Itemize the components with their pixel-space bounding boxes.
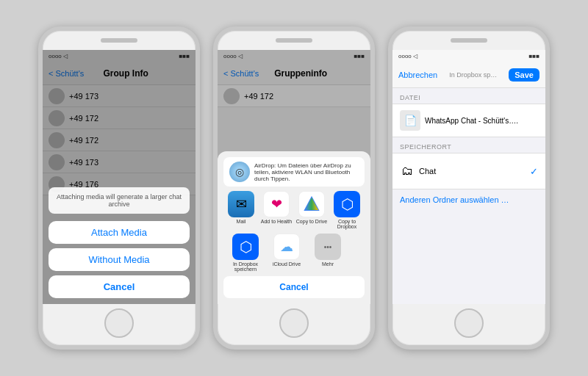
save-nav: Abbrechen In Dropbox sp… Save xyxy=(392,62,545,88)
phone-3: oooo ◁ ■■■ Abbrechen In Dropbox sp… Save… xyxy=(388,26,550,350)
folder-icon: 🗂 xyxy=(400,164,415,178)
save-cancel-button[interactable]: Abbrechen xyxy=(398,70,437,79)
save-file-name: WhatsApp Chat - Schütt's…. xyxy=(425,117,518,125)
chat-location-name: Chat xyxy=(419,167,436,176)
app-health-label: Add to Health xyxy=(261,219,292,224)
app-mail-label: Mail xyxy=(237,219,246,224)
app-mehr-label: Mehr xyxy=(322,261,334,267)
airdrop-icon: ◎ xyxy=(229,162,250,182)
app-dropbox2[interactable]: ⬡ In Dropbox speichern xyxy=(229,234,262,272)
share-panel: ◎ AirDrop: Um Dateien über AirDrop zu te… xyxy=(218,151,370,304)
dropbox-icon: ⬡ xyxy=(334,191,360,217)
save-nav-title: In Dropbox sp… xyxy=(449,71,497,79)
drive-icon xyxy=(298,191,325,217)
status-bar-3: oooo ◁ ■■■ xyxy=(392,50,545,62)
app-health[interactable]: ❤ Add to Health xyxy=(260,191,293,229)
file-icon: 📄 xyxy=(400,110,420,131)
airdrop-row: ◎ AirDrop: Um Dateien über AirDrop zu te… xyxy=(223,157,365,187)
svg-marker-1 xyxy=(305,198,318,210)
app-icloud[interactable]: ☁ iCloud Drive xyxy=(270,234,303,272)
mail-icon: ✉ xyxy=(228,191,254,217)
location-section-header: SPEICHERORT xyxy=(392,137,545,153)
dialog-message: Attaching media will generate a larger c… xyxy=(49,187,190,214)
checkmark-icon: ✓ xyxy=(530,166,538,177)
without-media-button[interactable]: Without Media xyxy=(49,248,190,271)
phone-1: oooo ◁ ■■■ < Schütt's Group Info +49 173… xyxy=(38,26,200,350)
file-section-content: 📄 WhatsApp Chat - Schütt's…. xyxy=(392,104,545,137)
share-sheet: ◎ AirDrop: Um Dateien über AirDrop zu te… xyxy=(218,50,370,304)
apps-row-2: ⬡ In Dropbox speichern ☁ iCloud Drive ••… xyxy=(223,234,365,272)
carrier-3: oooo ◁ xyxy=(398,53,417,59)
location-section-content: 🗂 Chat ✓ xyxy=(392,153,545,189)
app-icloud-label: iCloud Drive xyxy=(273,261,301,267)
chat-location-item[interactable]: 🗂 Chat ✓ xyxy=(400,159,538,183)
health-icon: ❤ xyxy=(263,191,290,217)
attach-media-button[interactable]: Attach Media xyxy=(49,221,190,244)
app-mehr[interactable]: ••• Mehr xyxy=(312,234,344,272)
app-drive-label: Copy to Drive xyxy=(296,219,327,224)
attach-media-dialog: Attaching media will generate a larger c… xyxy=(43,50,196,304)
app-drive[interactable]: Copy to Drive xyxy=(295,191,328,229)
icloud-icon: ☁ xyxy=(273,234,300,260)
chat-location-left: 🗂 Chat xyxy=(400,164,436,178)
app-dropbox2-label: In Dropbox speichern xyxy=(229,261,262,272)
phone-2: oooo ◁ ■■■ < Schütt's Gruppeninfo +49 17… xyxy=(213,26,375,350)
cancel-button-1[interactable]: Cancel xyxy=(49,275,190,298)
save-file-row: 📄 WhatsApp Chat - Schütt's…. xyxy=(400,110,538,131)
share-cancel-button[interactable]: Cancel xyxy=(223,276,365,298)
airdrop-text: AirDrop: Um Dateien über AirDrop zu teil… xyxy=(254,162,359,182)
apps-row-1: ✉ Mail ❤ Add to Health xyxy=(223,191,365,229)
dropbox2-icon: ⬡ xyxy=(232,234,259,260)
file-section-header: DATEI xyxy=(392,88,545,104)
save-button[interactable]: Save xyxy=(509,68,539,82)
battery-3: ■■■ xyxy=(529,53,540,59)
other-folder-link[interactable]: Anderen Ordner auswählen … xyxy=(392,189,545,210)
app-mail[interactable]: ✉ Mail xyxy=(225,191,257,229)
mehr-icon: ••• xyxy=(315,234,341,260)
app-dropbox-label: Copy to Dropbox xyxy=(331,219,363,229)
app-dropbox[interactable]: ⬡ Copy to Dropbox xyxy=(331,191,363,229)
save-screen: DATEI 📄 WhatsApp Chat - Schütt's…. SPEIC… xyxy=(392,88,545,304)
